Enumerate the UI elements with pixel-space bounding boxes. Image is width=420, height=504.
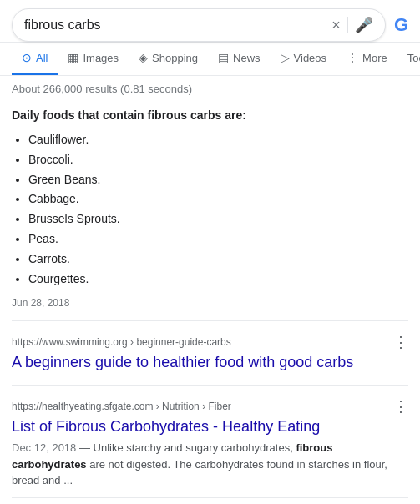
tab-videos[interactable]: ▷ Videos bbox=[271, 43, 337, 75]
results-count: About 266,000 results (0.81 seconds) bbox=[12, 83, 192, 95]
all-tab-icon: ⊙ bbox=[22, 51, 32, 64]
result-domain: https://www.swimming.org bbox=[12, 336, 128, 348]
result-url: https://healthyeating.sfgate.com › Nutri… bbox=[12, 401, 231, 412]
result-path: › beginner-guide-carbs bbox=[130, 336, 231, 348]
tab-more-label: More bbox=[362, 52, 387, 64]
list-item: Brussels Sprouts. bbox=[28, 209, 408, 229]
tab-more[interactable]: ⋮ More bbox=[337, 43, 397, 75]
search-bar: fibrous carbs × 🎤 bbox=[12, 8, 386, 42]
result-title-link[interactable]: List of Fibrous Carbohydrates - Healthy … bbox=[12, 417, 408, 436]
clear-icon[interactable]: × bbox=[331, 17, 341, 34]
snippet-list: Cauliflower. Broccoli. Green Beans. Cabb… bbox=[12, 130, 408, 289]
list-item: Broccoli. bbox=[28, 150, 408, 170]
main-content: Daily foods that contain fibrous carbs a… bbox=[0, 100, 420, 504]
tab-news[interactable]: ▤ News bbox=[208, 43, 271, 75]
list-item: Peas. bbox=[28, 229, 408, 249]
shopping-tab-icon: ◈ bbox=[139, 51, 148, 64]
tab-tools-label: Too bbox=[407, 52, 420, 64]
list-item: Carrots. bbox=[28, 249, 408, 270]
result-title-link[interactable]: A beginners guide to healthier food with… bbox=[12, 353, 408, 372]
vertical-divider bbox=[347, 17, 348, 33]
tab-news-label: News bbox=[233, 52, 261, 64]
result-url: https://www.swimming.org › beginner-guid… bbox=[12, 336, 231, 348]
result-path: › Nutrition › Fiber bbox=[156, 401, 231, 412]
tab-tools[interactable]: Too bbox=[397, 43, 420, 75]
tab-shopping-label: Shopping bbox=[152, 52, 198, 64]
images-tab-icon: ▦ bbox=[68, 51, 78, 64]
tab-shopping[interactable]: ◈ Shopping bbox=[129, 43, 208, 75]
search-bar-container: fibrous carbs × 🎤 G bbox=[0, 0, 420, 43]
results-meta: About 266,000 results (0.81 seconds) bbox=[0, 76, 420, 100]
featured-snippet: Daily foods that contain fibrous carbs a… bbox=[12, 100, 408, 321]
tab-all[interactable]: ⊙ All bbox=[12, 43, 58, 75]
snippet-date: Jun 28, 2018 bbox=[12, 297, 408, 309]
result-url-row: https://healthyeating.sfgate.com › Nutri… bbox=[12, 397, 408, 416]
news-tab-icon: ▤ bbox=[218, 51, 229, 64]
list-item: Cabbage. bbox=[28, 189, 408, 209]
result-menu-icon[interactable]: ⋮ bbox=[393, 397, 408, 416]
result-domain: https://healthyeating.sfgate.com bbox=[12, 401, 153, 412]
list-item: Cauliflower. bbox=[28, 130, 408, 150]
search-result: https://athleanx.com › carbs ⋮ Types of … bbox=[12, 498, 408, 504]
result-menu-icon[interactable]: ⋮ bbox=[393, 333, 408, 351]
videos-tab-icon: ▷ bbox=[281, 51, 290, 64]
snippet-title: Daily foods that contain fibrous carbs a… bbox=[12, 108, 408, 122]
list-item: Courgettes. bbox=[28, 270, 408, 290]
search-result: https://healthyeating.sfgate.com › Nutri… bbox=[12, 386, 408, 498]
voice-icon[interactable]: 🎤 bbox=[355, 16, 373, 34]
list-item: Green Beans. bbox=[28, 170, 408, 190]
more-tab-icon: ⋮ bbox=[347, 51, 358, 64]
search-result: https://www.swimming.org › beginner-guid… bbox=[12, 321, 408, 385]
tab-images[interactable]: ▦ Images bbox=[58, 43, 129, 75]
google-logo: G bbox=[394, 14, 408, 36]
search-icons: × 🎤 bbox=[331, 16, 373, 34]
result-date: Dec 12, 2018 bbox=[12, 441, 76, 454]
tab-images-label: Images bbox=[83, 52, 119, 64]
result-url-row: https://www.swimming.org › beginner-guid… bbox=[12, 333, 408, 351]
search-input[interactable]: fibrous carbs bbox=[24, 18, 331, 33]
tab-all-label: All bbox=[36, 52, 48, 64]
nav-tabs: ⊙ All ▦ Images ◈ Shopping ▤ News ▷ Video… bbox=[0, 43, 420, 76]
tab-videos-label: Videos bbox=[294, 52, 327, 64]
result-snippet: Dec 12, 2018 — Unlike starchy and sugary… bbox=[12, 440, 408, 489]
